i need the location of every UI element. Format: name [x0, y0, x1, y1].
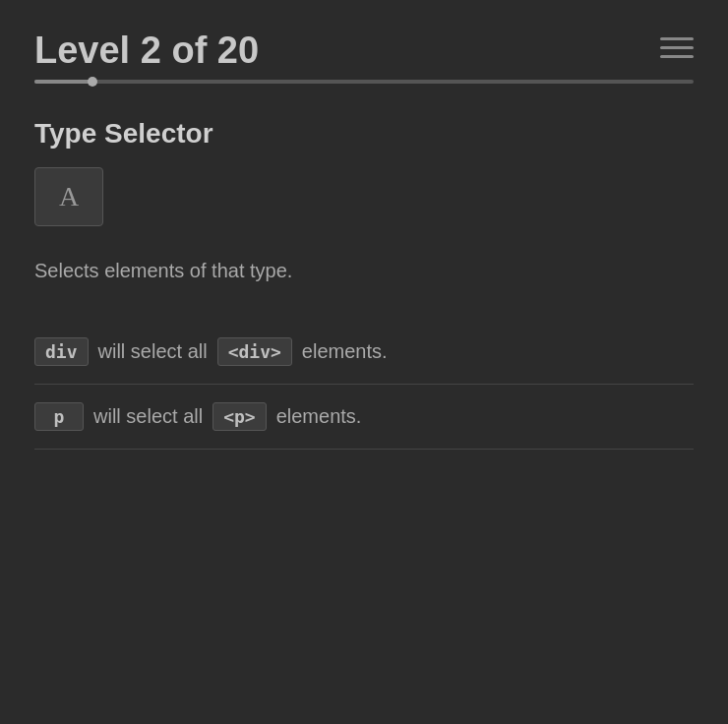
type-selector-demo: A — [34, 167, 103, 226]
example-row-p: p will select all <p> elements. — [34, 385, 694, 450]
selector-badge-div: div — [34, 337, 89, 366]
menu-line-3 — [660, 55, 694, 58]
example-row-div: div will select all <div> elements. — [34, 320, 694, 385]
type-selector-letter: A — [59, 181, 79, 212]
header: Level 2 of 20 — [34, 30, 694, 72]
selector-badge-p: p — [34, 402, 84, 431]
progress-bar-container — [34, 80, 694, 84]
description-text: Selects elements of that type. — [34, 256, 694, 285]
page-container: Level 2 of 20 Type Selector A Selects el… — [0, 0, 728, 479]
elements-label-1: elements. — [302, 340, 388, 363]
progress-bar-fill — [34, 80, 93, 84]
elements-label-2: elements. — [276, 405, 362, 428]
page-title: Level 2 of 20 — [34, 30, 259, 72]
will-select-all-1: will select all — [98, 340, 208, 363]
menu-line-2 — [660, 46, 694, 49]
section-title: Type Selector — [34, 118, 694, 150]
menu-line-1 — [660, 37, 694, 40]
code-tag-div: <div> — [217, 337, 292, 366]
will-select-all-2: will select all — [93, 405, 203, 428]
menu-button[interactable] — [660, 30, 694, 58]
code-tag-p: <p> — [212, 402, 267, 431]
